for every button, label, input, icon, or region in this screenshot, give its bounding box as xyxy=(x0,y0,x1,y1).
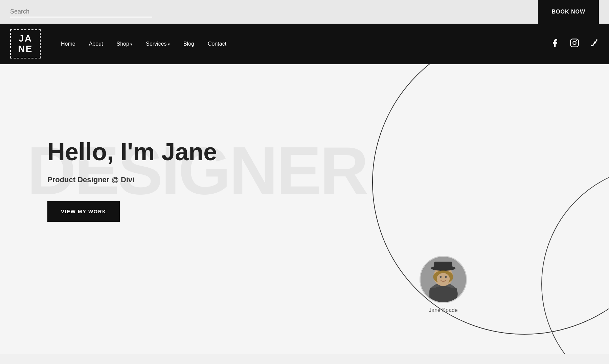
avatar xyxy=(420,256,467,303)
nav-left: JA NE Home About Shop Services Blog Cont… xyxy=(10,29,226,58)
view-work-button[interactable]: VIEW MY WORK xyxy=(47,201,120,222)
nav-social xyxy=(550,38,599,50)
nav-item-contact[interactable]: Contact xyxy=(208,41,226,47)
nav-link-services[interactable]: Services xyxy=(146,41,170,47)
book-now-button[interactable]: BOOK NOW xyxy=(538,0,599,24)
nav-item-about[interactable]: About xyxy=(89,41,103,47)
hero-greeting: Hello, I'm Jane xyxy=(47,139,609,165)
nav-bar: JA NE Home About Shop Services Blog Cont… xyxy=(0,24,609,64)
nav-links: Home About Shop Services Blog Contact xyxy=(61,41,226,47)
top-bar: BOOK NOW xyxy=(0,0,609,24)
svg-point-10 xyxy=(439,276,442,278)
nav-link-blog[interactable]: Blog xyxy=(183,41,194,47)
logo[interactable]: JA NE xyxy=(10,29,41,58)
svg-rect-7 xyxy=(434,262,452,269)
logo-line2: NE xyxy=(18,44,33,54)
deviantart-icon[interactable] xyxy=(589,38,599,50)
svg-rect-13 xyxy=(430,288,457,302)
svg-rect-0 xyxy=(570,39,578,47)
nav-item-blog[interactable]: Blog xyxy=(183,41,194,47)
hero-subtitle: Product Designer @ Divi xyxy=(47,175,609,184)
nav-link-shop[interactable]: Shop xyxy=(117,41,133,47)
nav-item-services[interactable]: Services xyxy=(146,41,170,47)
nav-link-home[interactable]: Home xyxy=(61,41,75,47)
avatar-name: Jane Spade xyxy=(429,307,457,313)
nav-item-shop[interactable]: Shop xyxy=(117,41,133,47)
hero-content: Hello, I'm Jane Product Designer @ Divi … xyxy=(0,64,609,222)
svg-point-1 xyxy=(573,41,576,44)
nav-link-about[interactable]: About xyxy=(89,41,103,47)
search-area xyxy=(10,6,152,17)
svg-point-11 xyxy=(445,276,447,278)
avatar-section: Jane Spade xyxy=(420,256,467,313)
nav-link-contact[interactable]: Contact xyxy=(208,41,226,47)
logo-line1: JA xyxy=(19,33,32,44)
search-input[interactable] xyxy=(10,6,152,17)
facebook-icon[interactable] xyxy=(550,38,560,50)
svg-point-2 xyxy=(576,40,578,41)
instagram-icon[interactable] xyxy=(570,38,579,50)
svg-point-9 xyxy=(437,273,450,285)
nav-item-home[interactable]: Home xyxy=(61,41,75,47)
hero-section: DESIGNER Hello, I'm Jane Product Designe… xyxy=(0,64,609,354)
